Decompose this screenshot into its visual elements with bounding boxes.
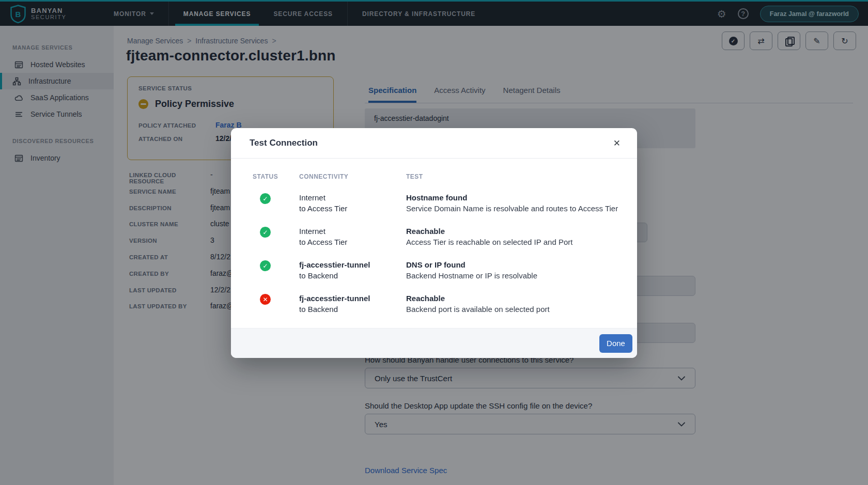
test-row-result: DNS or IP found Backend Hostname or IP i… xyxy=(406,259,618,281)
close-icon[interactable]: ✕ xyxy=(611,137,623,150)
test-row-status: ✓ xyxy=(253,226,299,247)
error-icon: ✕ xyxy=(260,294,271,305)
test-row-connectivity: Internet to Access Tier xyxy=(299,226,406,247)
column-header-connectivity: CONNECTIVITY xyxy=(299,173,406,180)
column-header-test: TEST xyxy=(406,173,618,180)
test-row-result: Reachable Access Tier is reachable on se… xyxy=(406,226,618,247)
modal-title: Test Connection xyxy=(250,138,318,148)
test-row-connectivity: Internet to Access Tier xyxy=(299,192,406,214)
test-row-result: Reachable Backend port is available on s… xyxy=(406,293,618,315)
success-icon: ✓ xyxy=(260,193,271,204)
test-row-status: ✓ xyxy=(253,259,299,281)
test-row-result: Hostname found Service Domain Name is re… xyxy=(406,192,618,214)
success-icon: ✓ xyxy=(260,227,271,238)
success-icon: ✓ xyxy=(260,260,271,271)
column-header-status: STATUS xyxy=(253,173,299,180)
test-row-status: ✕ xyxy=(253,293,299,315)
test-row-connectivity: fj-accesstier-tunnel to Backend xyxy=(299,293,406,315)
test-row-status: ✓ xyxy=(253,192,299,214)
test-connection-modal: Test Connection ✕ STATUS CONNECTIVITY TE… xyxy=(231,128,637,358)
test-row-connectivity: fj-accesstier-tunnel to Backend xyxy=(299,259,406,281)
done-button[interactable]: Done xyxy=(599,334,632,353)
